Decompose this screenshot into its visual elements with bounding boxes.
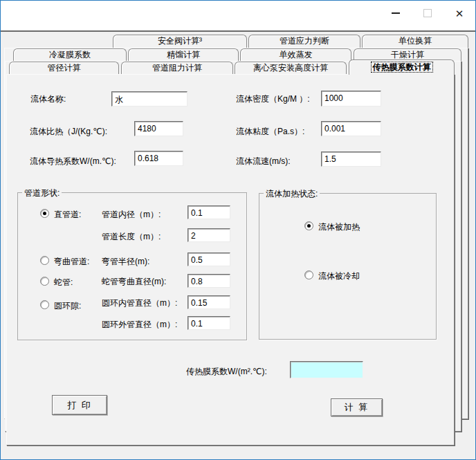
- maximize-button[interactable]: [417, 3, 438, 23]
- viscosity-input[interactable]: 0.001: [321, 121, 381, 136]
- maximize-icon: [423, 9, 432, 17]
- curved-pipe-radio[interactable]: [40, 256, 49, 265]
- specific-heat-label: 流体比热（J/(Kg.℃):: [30, 126, 107, 138]
- fluid-name-label: 流体名称:: [30, 93, 66, 105]
- tab-pipe-stress[interactable]: 管道应力判断: [248, 35, 360, 48]
- annulus-label: 圆环隙:: [54, 300, 81, 312]
- velocity-label: 流体流速(m/s):: [236, 156, 291, 167]
- curved-pipe-label: 弯曲管道:: [54, 256, 89, 268]
- coil-diameter-label: 蛇管弯曲直径(m):: [102, 276, 166, 288]
- coil-pipe-label: 蛇管:: [54, 277, 73, 288]
- tab-unit-conversion[interactable]: 单位换算: [362, 35, 468, 48]
- tab-heat-transfer-film[interactable]: 传热膜系数计算: [349, 59, 455, 75]
- fluid-density-label: 流体密度（Kg/M ）:: [236, 93, 310, 105]
- pipe-shape-group-label: 管道形状:: [22, 187, 62, 199]
- fluid-density-input[interactable]: 1000: [321, 91, 381, 107]
- tab-pipe-diameter[interactable]: 管径计算: [9, 62, 119, 74]
- annulus-inner-input[interactable]: 0.15: [187, 295, 230, 309]
- inner-diameter-input[interactable]: 0.1: [187, 205, 230, 219]
- title-bar: ✕: [1, 1, 475, 30]
- close-icon: ✕: [455, 8, 464, 19]
- titlebar-separator: [1, 30, 475, 32]
- tab-distillation[interactable]: 精馏计算: [128, 48, 239, 61]
- annulus-radio[interactable]: [40, 300, 49, 309]
- bend-radius-input[interactable]: 0.5: [187, 252, 230, 266]
- pipe-length-label: 管道长度（m）:: [102, 231, 161, 243]
- viscosity-label: 流体粘度（Pa.s）:: [236, 126, 304, 138]
- fluid-name-input[interactable]: 水: [111, 91, 187, 107]
- heating-state-group-label: 流体加热状态:: [264, 188, 320, 200]
- fluid-cooled-radio[interactable]: [304, 270, 313, 279]
- straight-pipe-radio[interactable]: [40, 209, 49, 218]
- tab-safety-valve[interactable]: 安全阀计算³: [113, 35, 247, 48]
- radio-dot: [307, 224, 311, 228]
- tab-pump-height[interactable]: 离心泵安装高度计算: [235, 62, 347, 74]
- result-label: 传热膜系数W/(m².℃):: [186, 366, 267, 378]
- conductivity-label: 流体导热系数W/(m.℃):: [30, 156, 116, 167]
- radio-dot: [43, 212, 46, 215]
- straight-pipe-label: 直管道:: [54, 209, 81, 221]
- close-button[interactable]: ✕: [449, 3, 470, 23]
- bend-radius-label: 弯管半径(m):: [102, 256, 149, 268]
- result-output-field[interactable]: [290, 361, 363, 378]
- app-window: ✕ 安全阀计算³ 管道应力判断 单位换算 冷凝膜系数 精馏计算 单效蒸发 干燥计…: [0, 0, 476, 460]
- inner-diameter-label: 管道内径（m）:: [102, 209, 161, 221]
- tab-single-evaporation[interactable]: 单效蒸发: [240, 48, 351, 61]
- annulus-outer-label: 圆环外管直径（m）:: [102, 319, 177, 331]
- fluid-heated-radio[interactable]: [304, 221, 313, 230]
- fluid-heated-label: 流体被加热: [318, 221, 360, 233]
- coil-diameter-input[interactable]: 0.8: [187, 274, 230, 288]
- conductivity-input[interactable]: 0.618: [134, 151, 183, 166]
- specific-heat-input[interactable]: 4180: [134, 121, 183, 136]
- tab-pipe-resistance[interactable]: 管道阻力计算: [121, 62, 233, 74]
- coil-pipe-radio[interactable]: [40, 277, 49, 286]
- velocity-input[interactable]: 1.5: [321, 151, 381, 167]
- annulus-inner-label: 圆环内管直径（m）:: [102, 297, 177, 309]
- heating-state-group: 流体加热状态:: [259, 193, 437, 340]
- calculate-button[interactable]: 计 算: [331, 398, 383, 416]
- annulus-outer-input[interactable]: 0.1: [187, 316, 230, 330]
- pipe-length-input[interactable]: 2: [187, 228, 230, 242]
- minimize-icon: [392, 12, 400, 14]
- tab-condensation-film[interactable]: 冷凝膜系数: [13, 48, 127, 61]
- print-button[interactable]: 打 印: [52, 395, 107, 415]
- fluid-cooled-label: 流体被冷却: [318, 270, 360, 282]
- minimize-button[interactable]: [385, 3, 406, 23]
